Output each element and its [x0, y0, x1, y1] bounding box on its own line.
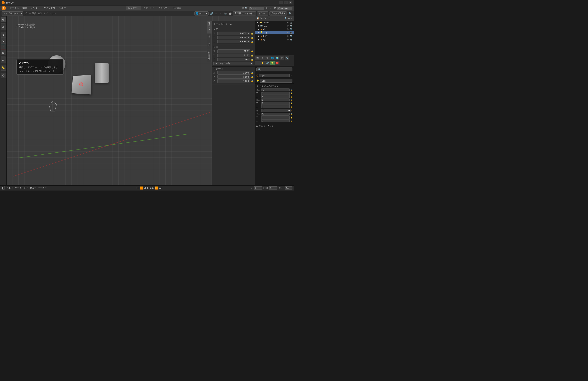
coord-dropdown[interactable]: 座標系: デフォルト ▾ — [233, 11, 256, 16]
tab-uv[interactable]: UV編集 — [171, 6, 183, 10]
rot-x-lock-icon[interactable]: 🔒 — [251, 50, 253, 52]
object-name-input[interactable] — [259, 74, 290, 77]
marker-menu[interactable]: マーカー — [38, 186, 47, 189]
cube-render-icon[interactable]: 📷 — [290, 28, 293, 30]
playback-prev-icon[interactable]: ⏪ — [140, 186, 143, 190]
keying-menu[interactable]: キーイング — [15, 186, 26, 189]
select-mode-dropdown[interactable]: ボックス選択 ▾ — [269, 11, 287, 16]
props-scale-z-input[interactable] — [261, 119, 290, 122]
global-selector[interactable]: 🌐 グロ... ▾ — [194, 11, 208, 16]
outliner-item-light[interactable]: ▶ 💡 Lig 👁 📷 — [255, 31, 294, 34]
start-frame-input[interactable] — [269, 186, 277, 190]
end-frame-input[interactable] — [285, 186, 293, 190]
menu-edit[interactable]: 編集 — [21, 6, 29, 10]
transform-button[interactable]: ⊞ — [0, 50, 6, 55]
object-menu[interactable]: オブジェクト — [43, 12, 56, 15]
mode-selector[interactable]: ⬡ オブジェクト... ▾ — [1, 11, 23, 16]
close-button[interactable]: ✕ — [289, 1, 293, 4]
props-scale-y-lock[interactable]: 🔒 — [290, 116, 293, 118]
playback-menu[interactable]: 再生 — [6, 186, 11, 189]
props-output-icon[interactable]: 🖥 — [260, 56, 265, 60]
outliner-item-cylinder[interactable]: ▶ ▼ 円柱 👁 📷 — [255, 34, 294, 38]
props-rot-z-lock[interactable]: 🔒 — [290, 106, 293, 108]
props-material-icon[interactable]: 🔴 — [275, 61, 279, 65]
cursor-button[interactable]: ⊕ — [0, 24, 6, 30]
cylinder-render-icon[interactable]: 📷 — [290, 35, 293, 37]
props-pos-z-input[interactable] — [261, 95, 290, 98]
sphere-render-icon[interactable]: 📷 — [290, 39, 293, 41]
sphere-visibility-icon[interactable]: 👁 — [287, 39, 289, 41]
drag-dropdown[interactable]: ドラッ... — [257, 11, 268, 16]
add-object-button[interactable]: ⬡ — [0, 73, 6, 78]
props-transform-title[interactable]: ▼ トランスフォーム... — [256, 84, 293, 87]
playback-prev-frame-icon[interactable]: ◀ — [144, 186, 146, 190]
transform-icon[interactable]: ↔ — [219, 12, 222, 15]
props-pos-x-lock[interactable]: 🔒 — [290, 89, 293, 91]
props-rot-y-lock[interactable]: 🔒 — [290, 102, 293, 104]
rot-y-lock-icon[interactable]: 🔒 — [251, 54, 253, 57]
props-object-icon[interactable]: ⬡ — [280, 56, 284, 60]
props-pos-y-lock[interactable]: 🔒 — [290, 92, 293, 94]
pos-y-input[interactable] — [217, 36, 250, 39]
view-menu[interactable]: ビュー — [24, 12, 31, 15]
menu-render[interactable]: レンダー — [29, 6, 42, 10]
n-tab-blenderkit[interactable]: BlenderKit — [207, 49, 212, 62]
add-menu[interactable]: 追加 — [38, 12, 42, 15]
rot-y-input[interactable] — [217, 54, 250, 57]
props-physics-icon[interactable]: ⚡ — [260, 61, 265, 65]
playback-jump-start-icon[interactable]: ⏮ — [136, 186, 139, 190]
menu-file[interactable]: ファイル — [8, 6, 21, 10]
current-frame-input[interactable] — [254, 186, 262, 190]
props-pos-y-input[interactable] — [261, 92, 290, 95]
playback-play-icon[interactable]: ▶ — [147, 186, 149, 190]
maximize-button[interactable]: □ — [284, 1, 288, 4]
pos-z-lock-icon[interactable]: 🔒 — [251, 41, 253, 43]
props-scene-icon[interactable]: 🌐 — [270, 56, 274, 60]
pos-x-input[interactable] — [217, 32, 250, 35]
scene-input[interactable] — [249, 7, 264, 10]
props-render-icon[interactable]: 🎬 — [255, 56, 260, 60]
props-constraints-icon[interactable]: 🔗 — [265, 61, 270, 65]
props-mode-select[interactable]: X — [261, 109, 291, 112]
camera-visibility-icon[interactable]: 👁 — [287, 25, 289, 27]
props-scale-y-input[interactable] — [261, 116, 290, 119]
select-menu[interactable]: 選択 — [32, 12, 37, 15]
outliner-item-cube[interactable]: ▶ ▼ Cu 👁 📷 — [255, 27, 294, 31]
cube-visibility-icon[interactable]: 👁 — [287, 28, 289, 30]
n-tab-item[interactable]: アイテム — [207, 21, 212, 33]
scale-y-input[interactable] — [217, 75, 250, 79]
viewport-3d[interactable]: Z X Y ユーザー・透視投影 (1) Collection | Light ス… — [7, 16, 255, 185]
props-particles-icon[interactable]: ⋯ — [255, 61, 260, 65]
props-world-icon[interactable]: 🌍 — [275, 56, 279, 60]
rotate-button[interactable]: ↻ — [0, 38, 6, 44]
outliner-item-sphere[interactable]: ▶ ▼ 球 👁 📷 — [255, 38, 294, 42]
playback-next-icon[interactable]: ⏩ — [155, 186, 158, 190]
props-modifier-icon[interactable]: 🔧 — [285, 56, 289, 60]
props-rot-z-input[interactable] — [261, 105, 290, 108]
collection-visibility-icon[interactable]: 👁 — [287, 21, 289, 24]
tab-layout[interactable]: レイアウト — [126, 6, 141, 10]
scale-button[interactable]: ↔ — [0, 44, 6, 49]
props-scale-x-lock[interactable]: 🔒 — [290, 113, 293, 115]
props-scale-z-lock[interactable]: 🔒 — [290, 120, 293, 122]
n-tab-view[interactable]: ビュー — [207, 41, 212, 49]
viewport-shading-solid[interactable]: ⬤ — [229, 12, 231, 15]
scale-y-lock-icon[interactable]: 🔒 — [251, 76, 253, 78]
timeline-view-menu[interactable]: ビュー — [30, 186, 37, 189]
scale-z-lock-icon[interactable]: 🔒 — [251, 80, 253, 82]
light-render-icon[interactable]: 📷 — [290, 31, 293, 34]
light-data-input[interactable] — [260, 79, 293, 83]
snap-magnet-icon[interactable]: 🔗 — [210, 12, 213, 15]
rot-z-input[interactable] — [217, 58, 250, 61]
props-rot-x-lock[interactable]: 🔒 — [290, 99, 293, 101]
pos-y-lock-icon[interactable]: 🔒 — [251, 37, 253, 39]
props-rot-x-input[interactable] — [261, 98, 290, 101]
outliner-close-icon[interactable]: ✕ — [291, 17, 293, 20]
annotate-button[interactable]: ✏ — [0, 57, 6, 63]
camera-render-icon[interactable]: 📷 — [290, 24, 293, 27]
playback-next-frame-icon[interactable]: ▶▶ — [150, 186, 154, 190]
tab-sculpt[interactable]: スカルプト — [156, 6, 171, 10]
props-data-icon[interactable]: 💡 — [270, 61, 274, 65]
outliner-item-collection[interactable]: ▼ 📁 Collect 👁 📷 — [255, 21, 294, 24]
scale-x-lock-icon[interactable]: 🔒 — [251, 72, 253, 74]
